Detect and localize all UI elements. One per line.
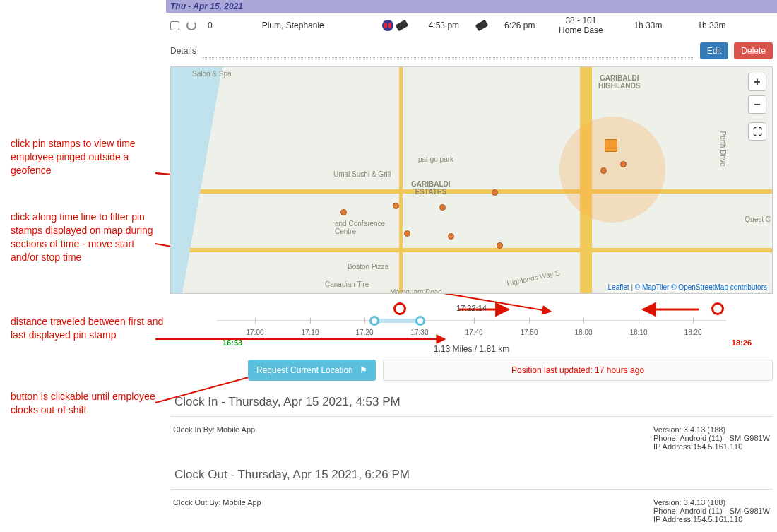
map-label-perth: Perth Drive bbox=[719, 131, 727, 166]
map-label-mam: Mamquam Road bbox=[390, 288, 442, 294]
map-label-estates: GARIBALDI ESTATES bbox=[411, 180, 451, 196]
timeline-tick-label: 17:40 bbox=[465, 329, 483, 336]
timeline-tick-label: 18:20 bbox=[684, 329, 702, 336]
map-label-hotel: and Conference Centre bbox=[335, 220, 385, 235]
map[interactable]: Salon & Spa GARIBALDI ESTATES GARIBALDI … bbox=[170, 66, 773, 294]
timeline-start-time: 16:53 bbox=[223, 338, 242, 347]
pin-stamp[interactable] bbox=[439, 204, 446, 211]
clock-out-by: Clock Out By: Mobile App bbox=[173, 498, 261, 524]
delete-button[interactable]: Delete bbox=[734, 42, 773, 59]
status-icon bbox=[382, 20, 393, 31]
duration-1: 1h 33m bbox=[634, 20, 662, 30]
annotation-timeline: click along time line to filter pin stam… bbox=[11, 211, 165, 264]
timeline-end-time: 18:26 bbox=[732, 338, 752, 347]
fullscreen-button[interactable]: ⛶ bbox=[748, 122, 766, 141]
location-name: Home Base bbox=[542, 25, 619, 35]
timeline-track[interactable] bbox=[217, 314, 726, 327]
pin-stamp[interactable] bbox=[340, 209, 347, 215]
map-label-pat: pat go park bbox=[418, 155, 453, 163]
refresh-icon[interactable] bbox=[186, 20, 196, 30]
geofence-circle bbox=[559, 117, 665, 223]
clock-in-by: Clock In By: Mobile App bbox=[173, 425, 255, 451]
map-label-pizza: Boston Pizza bbox=[348, 263, 389, 271]
pin-stamp[interactable] bbox=[448, 233, 454, 240]
timeline-tick-label: 18:10 bbox=[629, 329, 647, 336]
flag-icon: ⚑ bbox=[360, 365, 367, 375]
location-cell: 38 - 101 Home Base bbox=[542, 16, 619, 35]
employee-row: 0 Plum, Stephanie 4:53 pm 6:26 pm 38 - 1… bbox=[166, 13, 777, 38]
employee-name: Plum, Stephanie bbox=[262, 20, 375, 30]
pin-stamp[interactable] bbox=[600, 167, 607, 174]
timeline-tick-label: 18:00 bbox=[575, 329, 593, 336]
pin-stamp[interactable] bbox=[393, 203, 399, 209]
clock-in-heading: Clock In - Thursday, Apr 15 2021, 4:53 P… bbox=[170, 391, 773, 417]
route-path bbox=[171, 67, 383, 173]
date-bar: Thu - Apr 15, 2021 bbox=[166, 0, 777, 13]
zoom-in-button[interactable]: + bbox=[748, 73, 766, 91]
map-controls: + − ⛶ bbox=[748, 73, 766, 141]
map-label-quest: Quest C bbox=[745, 215, 771, 223]
location-id: 38 - 101 bbox=[542, 16, 619, 25]
timeline-tick-label: 17:10 bbox=[301, 329, 319, 336]
timeline-tick-label: 17:00 bbox=[247, 329, 264, 336]
clock-in-phone: Phone: Android (11) - SM-G981W bbox=[653, 434, 770, 442]
app-panel: Thu - Apr 15, 2021 0 Plum, Stephanie 4:5… bbox=[166, 0, 777, 532]
annotation-distance: distance traveled between first and last… bbox=[11, 315, 165, 342]
position-updated: Position last updated: 17 hours ago bbox=[383, 360, 773, 381]
device-icon-2 bbox=[475, 20, 489, 32]
pin-stamp[interactable] bbox=[404, 230, 410, 237]
pin-stamp[interactable] bbox=[620, 161, 627, 167]
clock-out-heading: Clock Out - Thursday, Apr 15 2021, 6:26 … bbox=[170, 463, 773, 490]
annotation-pin-stamps: click pin stamps to view time employee p… bbox=[11, 137, 165, 177]
map-attribution: Leaflet | © MapTiler © OpenStreetMap con… bbox=[606, 283, 769, 292]
timeline-center-time: 17:22:14 bbox=[174, 304, 769, 312]
map-label-tire: Canadian Tire bbox=[325, 280, 369, 288]
timeline-tick-label: 17:50 bbox=[520, 329, 538, 336]
distance-traveled: 1.13 Miles / 1.81 km bbox=[166, 344, 777, 354]
timeline: 17:22:14 17:00 17:10 17:20 17:30 17:40 1… bbox=[170, 297, 773, 340]
duration-2: 1h 33m bbox=[697, 20, 725, 30]
maptiler-link[interactable]: © MapTiler bbox=[635, 283, 670, 291]
device-icon bbox=[395, 20, 408, 32]
zoom-out-button[interactable]: − bbox=[748, 95, 766, 114]
details-row: Details Edit Delete bbox=[166, 38, 777, 66]
timeline-tick-label: 17:30 bbox=[410, 329, 428, 336]
request-location-button[interactable]: Request Current Location ⚑ bbox=[248, 360, 376, 381]
clock-in-ip: IP Address:154.5.161.110 bbox=[653, 442, 770, 451]
leaflet-link[interactable]: Leaflet bbox=[608, 283, 629, 291]
edit-button[interactable]: Edit bbox=[700, 42, 729, 59]
pin-stamp[interactable] bbox=[497, 242, 503, 249]
pin-stamp[interactable] bbox=[492, 189, 498, 196]
clock-out-phone: Phone: Android (11) - SM-G981W bbox=[653, 507, 770, 515]
details-input[interactable] bbox=[202, 44, 694, 58]
annotation-request-button: button is clickable until employee clock… bbox=[11, 390, 165, 417]
geofence-marker[interactable] bbox=[605, 139, 617, 152]
osm-link[interactable]: © OpenStreetMap contributors bbox=[671, 283, 767, 291]
clock-out-ip: IP Address:154.5.161.110 bbox=[653, 515, 770, 524]
clock-out-time: 6:26 pm bbox=[504, 20, 535, 30]
row-checkbox[interactable] bbox=[170, 21, 179, 30]
row-index: 0 bbox=[208, 20, 213, 30]
map-label-highlands: GARIBALDI HIGHLANDS bbox=[598, 74, 640, 90]
timeline-handle-end[interactable] bbox=[415, 316, 425, 326]
timeline-handle-start[interactable] bbox=[369, 316, 379, 326]
clock-in-version: Version: 3.4.13 (188) bbox=[653, 425, 770, 434]
details-label: Details bbox=[170, 46, 196, 56]
clock-in-time: 4:53 pm bbox=[429, 20, 459, 30]
clock-out-version: Version: 3.4.13 (188) bbox=[653, 498, 770, 507]
request-location-label: Request Current Location bbox=[256, 365, 353, 375]
timeline-tick-label: 17:20 bbox=[356, 329, 374, 336]
